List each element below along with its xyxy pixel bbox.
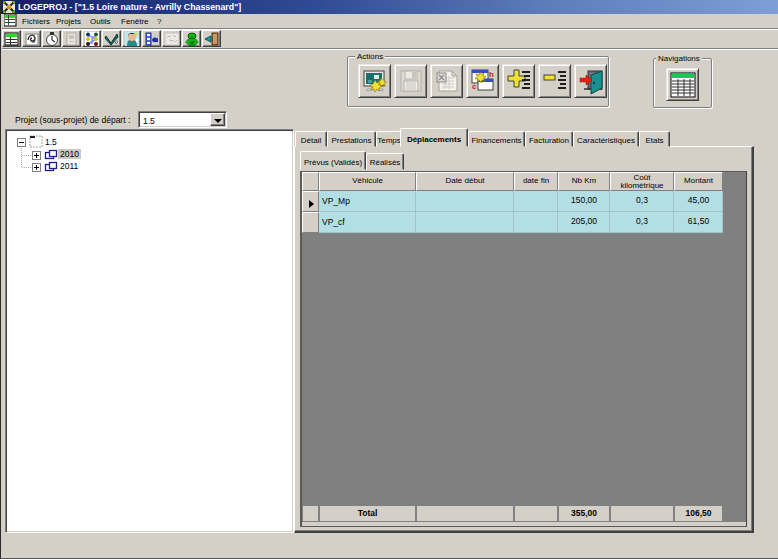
- svg-text:c: c: [472, 82, 477, 91]
- svg-text:h: h: [489, 70, 494, 79]
